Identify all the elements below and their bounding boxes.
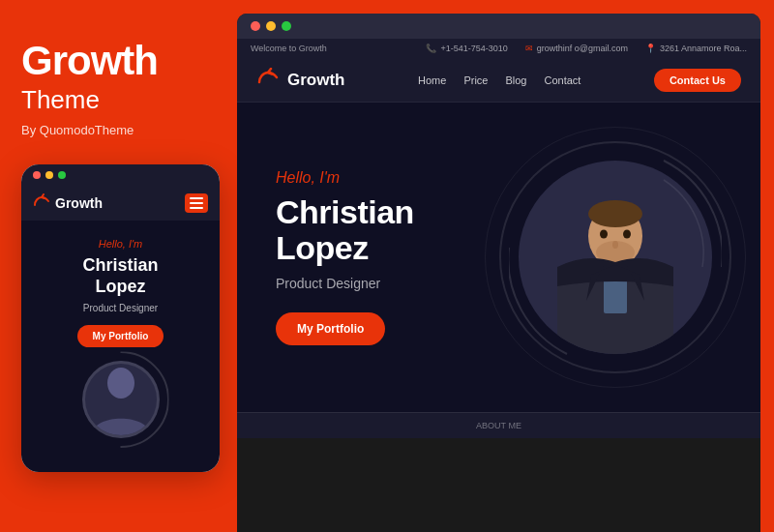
mobile-hero-name: Christian Lopez [35, 255, 206, 297]
email-icon: ✉ [525, 44, 533, 53]
mobile-dot-red [33, 171, 41, 179]
hamburger-line [190, 197, 203, 199]
desktop-dot-red [251, 21, 260, 31]
mobile-dot-green [58, 171, 66, 179]
nav-link-price[interactable]: Price [463, 74, 488, 86]
desktop-hello: Hello, I'm [276, 169, 509, 187]
mobile-top-bar [21, 164, 220, 186]
desktop-footer-bar: ABOUT ME [237, 412, 760, 438]
desktop-dot-yellow [266, 21, 276, 31]
desktop-topbar-info: Welcome to Growth 📞 +1-541-754-3010 ✉ gr… [237, 39, 760, 58]
desktop-top-bar [237, 14, 760, 39]
desktop-hero-image [509, 132, 722, 383]
desktop-logo-area: Growth [256, 68, 345, 92]
footer-label: ABOUT ME [476, 421, 521, 430]
nav-link-blog[interactable]: Blog [505, 74, 526, 86]
address-text: 3261 Annamore Roa... [660, 44, 747, 53]
mobile-logo-area: Growth [33, 193, 103, 213]
desktop-logo-icon [256, 68, 280, 92]
address-info: 📍 3261 Annamore Roa... [645, 44, 747, 53]
brand-title: Growth [21, 39, 158, 83]
desktop-hero-text: Hello, I'm Christian Lopez Product Desig… [276, 169, 509, 346]
mobile-hello-text: Hello, I'm [35, 238, 206, 250]
hamburger-line [190, 207, 203, 209]
nav-link-contact[interactable]: Contact [544, 74, 580, 86]
mobile-hero: Hello, I'm Christian Lopez Product Desig… [21, 221, 220, 472]
desktop-nav: Growth Home Price Blog Contact Contact U… [237, 58, 760, 103]
phone-icon: 📞 [426, 44, 436, 53]
contact-us-button[interactable]: Contact Us [654, 69, 741, 92]
desktop-hero: Hello, I'm Christian Lopez Product Desig… [237, 103, 760, 412]
desktop-nav-links: Home Price Blog Contact [418, 74, 580, 86]
mobile-hero-role: Product Designer [35, 303, 206, 313]
mobile-avatar-area [35, 361, 206, 438]
desktop-portfolio-button[interactable]: My Portfolio [276, 312, 385, 345]
location-icon: 📍 [645, 44, 656, 53]
desktop-logo-text: Growth [287, 71, 345, 90]
brand-by: By QuomodoTheme [21, 123, 134, 137]
phone-info: 📞 +1-541-754-3010 [426, 44, 507, 53]
mobile-dot-yellow [45, 171, 53, 179]
mobile-logo-icon [33, 193, 50, 213]
mobile-portfolio-button[interactable]: My Portfolio [77, 325, 164, 347]
welcome-text: Welcome to Growth [251, 44, 327, 53]
phone-number: +1-541-754-3010 [440, 44, 507, 53]
mobile-mockup: Growth Hello, I'm Christian Lopez Produc… [21, 164, 220, 472]
desktop-dot-green [282, 21, 291, 31]
desktop-hero-name: Christian Lopez [276, 194, 509, 267]
info-items: 📞 +1-541-754-3010 ✉ growthinf o@gmail.co… [426, 44, 747, 53]
desktop-mockup: Welcome to Growth 📞 +1-541-754-3010 ✉ gr… [237, 14, 760, 532]
mobile-menu-button[interactable] [185, 193, 208, 213]
mobile-logo-text: Growth [55, 195, 103, 211]
brand-subtitle: Theme [21, 85, 100, 115]
nav-link-home[interactable]: Home [418, 74, 446, 86]
mobile-nav: Growth [21, 186, 220, 221]
desktop-hero-role: Product Designer [276, 276, 509, 291]
email-address: growthinf o@gmail.com [537, 44, 628, 53]
hamburger-line [190, 202, 203, 204]
left-panel: Growth Theme By QuomodoTheme Growth [0, 0, 237, 532]
email-info: ✉ growthinf o@gmail.com [525, 44, 628, 53]
